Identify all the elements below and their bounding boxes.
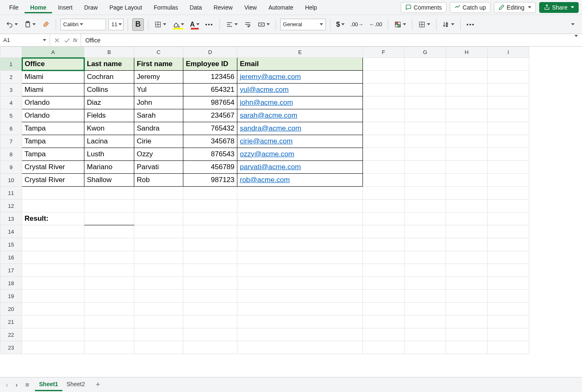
conditional-format-button[interactable] — [392, 18, 408, 31]
share-label: Share — [552, 4, 567, 11]
font-color-button[interactable]: A — [188, 18, 201, 31]
font-name-value: Calibri — [63, 21, 79, 27]
menu-item-review[interactable]: Review — [208, 2, 239, 13]
comments-button[interactable]: Comments — [401, 2, 446, 13]
ribbon-toolbar: Calibri 11 B A ••• General $ — [0, 15, 582, 34]
align-button[interactable] — [224, 18, 239, 31]
enter-icon[interactable] — [63, 37, 71, 44]
borders-button[interactable] — [153, 18, 168, 31]
font-color-glyph: A — [190, 21, 195, 28]
paintbrush-icon — [42, 21, 49, 28]
chevron-down-icon — [181, 23, 184, 25]
paste-button[interactable] — [22, 18, 37, 31]
catchup-label: Catch up — [463, 4, 486, 11]
dollar-icon: $ — [336, 20, 340, 29]
expand-formula-bar-button[interactable] — [569, 37, 582, 43]
share-button[interactable]: Share — [539, 2, 579, 13]
catchup-icon — [454, 4, 461, 10]
menu-item-formulas[interactable]: Formulas — [148, 2, 184, 13]
name-box[interactable]: A1 — [0, 34, 50, 46]
share-icon — [544, 4, 550, 10]
chevron-down-icon — [196, 23, 200, 25]
svg-text:Z: Z — [446, 24, 448, 27]
bucket-icon — [172, 21, 180, 28]
formula-bar: A1 fx Office — [0, 34, 582, 47]
chevron-down-icon — [341, 23, 345, 25]
chevron-down-icon — [163, 23, 166, 25]
fill-color-button[interactable] — [170, 18, 186, 31]
chevron-down-icon — [266, 23, 270, 25]
cells-icon — [418, 21, 426, 28]
menu-item-automate[interactable]: Automate — [263, 2, 299, 13]
menu-item-view[interactable]: View — [239, 2, 263, 13]
menu-item-page-layout[interactable]: Page Layout — [104, 2, 148, 13]
cancel-icon[interactable] — [53, 37, 61, 44]
chevron-down-icon — [451, 23, 454, 25]
chevron-down-icon — [528, 6, 531, 8]
undo-icon — [6, 21, 13, 28]
chevron-down-icon — [571, 23, 575, 25]
editing-label: Editing — [507, 4, 525, 11]
clipboard-icon — [24, 21, 31, 28]
more-ribbon-button[interactable]: ••• — [465, 18, 476, 31]
chevron-down-icon — [32, 23, 36, 25]
pencil-icon — [498, 4, 505, 10]
fx-icon[interactable]: fx — [73, 37, 77, 43]
bold-button[interactable]: B — [132, 18, 144, 31]
increase-decimal-button[interactable]: .00→ — [349, 18, 365, 31]
comments-label: Comments — [414, 4, 442, 11]
catchup-button[interactable]: Catch up — [450, 2, 491, 13]
chevron-down-icon — [320, 23, 323, 25]
font-name-select[interactable]: Calibri — [60, 19, 106, 30]
align-icon — [226, 21, 233, 28]
format-painter-button[interactable] — [40, 18, 52, 31]
menu-item-help[interactable]: Help — [299, 2, 323, 13]
chevron-down-icon — [427, 23, 430, 25]
name-box-value: A1 — [3, 37, 10, 43]
fill-color-swatch — [173, 28, 183, 30]
chevron-down-icon — [43, 39, 46, 41]
font-size-value: 11 — [111, 21, 117, 27]
formula-text: Office — [85, 37, 100, 44]
menu-bar: FileHomeInsertDrawPage LayoutFormulasDat… — [0, 0, 582, 15]
chevron-down-icon — [15, 23, 18, 25]
menu-item-home[interactable]: Home — [25, 2, 52, 13]
ellipsis-icon: ••• — [205, 21, 214, 27]
wrap-text-icon — [244, 21, 252, 28]
formula-input[interactable]: Office — [81, 37, 569, 44]
comment-icon — [405, 4, 412, 10]
chevron-down-icon — [571, 6, 574, 8]
number-format-value: General — [283, 21, 302, 27]
menubar-right: Comments Catch up Editing Share — [401, 2, 579, 13]
merge-button[interactable] — [256, 18, 271, 31]
menu-item-data[interactable]: Data — [184, 2, 208, 13]
chevron-down-icon — [403, 23, 406, 25]
editing-button[interactable]: Editing — [494, 2, 536, 13]
wrap-text-button[interactable] — [242, 18, 254, 31]
menu-item-file[interactable]: File — [3, 2, 25, 13]
chevron-down-icon — [118, 23, 122, 25]
currency-button[interactable]: $ — [335, 18, 346, 31]
collapse-ribbon-button[interactable] — [566, 18, 578, 31]
chevron-down-icon — [575, 35, 578, 43]
decrease-decimal-button[interactable]: ←.00 — [367, 18, 384, 31]
more-font-button[interactable]: ••• — [204, 18, 215, 31]
ellipsis-icon: ••• — [466, 21, 475, 27]
insert-cells-button[interactable] — [417, 18, 432, 31]
svg-rect-13 — [395, 22, 398, 25]
increase-decimal-icon: .00→ — [350, 21, 363, 27]
font-color-swatch — [191, 28, 199, 30]
table-format-icon — [394, 21, 402, 28]
undo-button[interactable] — [4, 18, 20, 31]
menu-item-draw[interactable]: Draw — [78, 2, 104, 13]
chevron-down-icon — [234, 23, 238, 25]
sort-icon: AZ — [442, 21, 450, 28]
decrease-decimal-icon: ←.00 — [369, 21, 382, 27]
number-format-select[interactable]: General — [280, 19, 326, 30]
font-size-select[interactable]: 11 — [109, 19, 123, 30]
svg-rect-14 — [398, 25, 400, 27]
borders-icon — [154, 21, 162, 28]
sort-filter-button[interactable]: AZ — [441, 18, 456, 31]
menu-item-insert[interactable]: Insert — [52, 2, 78, 13]
chevron-down-icon — [80, 23, 83, 25]
